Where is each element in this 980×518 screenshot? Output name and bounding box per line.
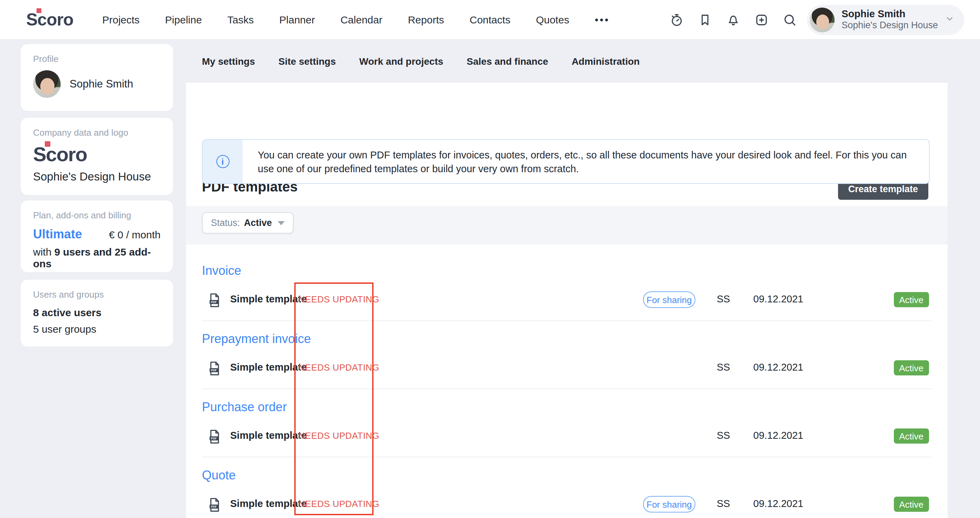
company-logo: Scoro — [33, 145, 87, 165]
status-badge: Active — [894, 360, 929, 375]
plan-detail: with 9 users and 25 add-ons — [33, 246, 161, 269]
plan-name-link[interactable]: Ultimate — [33, 227, 82, 242]
scoro-logo[interactable]: Scoro — [26, 11, 73, 28]
add-icon[interactable] — [754, 12, 769, 27]
owner-initials: SS — [717, 430, 730, 441]
svg-text:PDF: PDF — [211, 369, 217, 372]
profile-card-label: Profile — [33, 54, 161, 64]
profile-name: Sophie Smith — [70, 78, 133, 90]
pdf-file-icon: PDF — [207, 292, 222, 308]
screen: Scoro ProjectsPipelineTasksPlannerCalend… — [0, 0, 980, 518]
top-navigation-bar: Scoro ProjectsPipelineTasksPlannerCalend… — [0, 0, 980, 40]
info-banner-text: You can create your own PDF templates fo… — [243, 140, 929, 184]
settings-tab-bar: My settingsSite settingsWork and project… — [186, 40, 948, 83]
sidebar-card-company[interactable]: Company data and logo Scoro Sophie's Des… — [21, 118, 173, 195]
owner-initials: SS — [717, 362, 730, 373]
active-users-count: 8 active users — [33, 307, 161, 318]
nav-item-reports[interactable]: Reports — [408, 14, 444, 25]
tab-administration[interactable]: Administration — [572, 56, 640, 67]
plan-card-label: Plan, add-ons and billing — [33, 210, 161, 221]
status-badge: Active — [894, 292, 929, 307]
user-company: Sophie's Design House — [842, 20, 938, 31]
svg-text:PDF: PDF — [211, 300, 217, 304]
nav-item-calendar[interactable]: Calendar — [340, 14, 382, 25]
info-banner-strip: i — [203, 140, 243, 183]
info-banner: i You can create your own PDF templates … — [202, 139, 930, 184]
bookmark-icon[interactable] — [697, 12, 713, 27]
company-logo-text: Scoro — [33, 143, 87, 165]
sidebar-card-profile[interactable]: Profile Sophie Smith — [21, 44, 173, 111]
status-badge: Active — [894, 429, 929, 443]
modified-date: 09.12.2021 — [753, 498, 803, 509]
modified-date: 09.12.2021 — [753, 362, 803, 373]
for-sharing-badge[interactable]: For sharing — [643, 291, 695, 308]
company-card-label: Company data and logo — [33, 127, 161, 138]
sidebar-card-users[interactable]: Users and groups 8 active users 5 user g… — [21, 280, 173, 346]
search-icon[interactable] — [782, 12, 797, 27]
stopwatch-icon[interactable] — [669, 12, 684, 27]
nav-item-projects[interactable]: Projects — [102, 14, 140, 25]
template-section-title[interactable]: Purchase order — [202, 399, 287, 415]
chevron-down-icon — [945, 13, 955, 26]
tab-site-settings[interactable]: Site settings — [278, 56, 336, 67]
status-filter-dropdown[interactable]: Status: Active — [202, 212, 293, 234]
app-root: Scoro ProjectsPipelineTasksPlannerCalend… — [0, 0, 980, 518]
logo-accent-square — [37, 8, 41, 13]
status-filter-label: Status: — [211, 218, 240, 228]
plan-price: € 0 / month — [109, 229, 161, 240]
caret-down-icon — [277, 221, 284, 225]
tab-my-settings[interactable]: My settings — [202, 56, 255, 67]
user-name: Sophie Smith — [842, 8, 938, 20]
bell-icon[interactable] — [726, 12, 741, 27]
nav-right-icons — [669, 12, 797, 27]
filter-toolbar: Status: Active — [186, 206, 948, 245]
status-filter-value: Active — [244, 218, 272, 228]
annotation-rectangle — [294, 283, 374, 515]
nav-item-contacts[interactable]: Contacts — [470, 14, 510, 25]
owner-initials: SS — [717, 498, 730, 509]
page-header-panel: PDF templates Create template i You can … — [186, 83, 948, 206]
svg-text:PDF: PDF — [211, 437, 217, 440]
tab-work-and-projects[interactable]: Work and projects — [360, 56, 444, 67]
company-name: Sophie's Design House — [33, 170, 161, 183]
nav-item-quotes[interactable]: Quotes — [536, 14, 569, 25]
pdf-file-icon: PDF — [207, 429, 222, 445]
nav-item-tasks[interactable]: Tasks — [228, 14, 254, 25]
user-menu[interactable]: Sophie Smith Sophie's Design House — [807, 5, 964, 35]
main-nav: ProjectsPipelineTasksPlannerCalendarRepo… — [102, 14, 610, 25]
status-badge: Active — [894, 497, 929, 512]
sidebar-card-plan[interactable]: Plan, add-ons and billing Ultimate € 0 /… — [21, 200, 173, 272]
user-groups-count: 5 user groups — [33, 323, 161, 335]
user-texts: Sophie Smith Sophie's Design House — [842, 8, 938, 31]
nav-item-pipeline[interactable]: Pipeline — [165, 14, 202, 25]
modified-date: 09.12.2021 — [753, 430, 803, 441]
template-section-title[interactable]: Quote — [202, 468, 236, 483]
modified-date: 09.12.2021 — [753, 294, 803, 305]
pdf-file-icon: PDF — [207, 497, 222, 513]
nav-item-planner[interactable]: Planner — [280, 14, 315, 25]
logo-text: Scoro — [26, 10, 73, 29]
for-sharing-badge[interactable]: For sharing — [643, 496, 695, 513]
company-logo-accent-square — [45, 141, 50, 147]
info-icon: i — [216, 155, 229, 168]
nav-more-menu[interactable]: ••• — [595, 14, 610, 25]
profile-avatar — [33, 70, 60, 98]
pdf-file-icon: PDF — [207, 360, 222, 377]
owner-initials: SS — [717, 294, 730, 305]
tab-sales-and-finance[interactable]: Sales and finance — [466, 56, 548, 67]
users-card-label: Users and groups — [33, 289, 161, 300]
template-section-title[interactable]: Invoice — [202, 263, 241, 278]
user-avatar — [810, 7, 835, 32]
svg-text:PDF: PDF — [211, 505, 217, 508]
